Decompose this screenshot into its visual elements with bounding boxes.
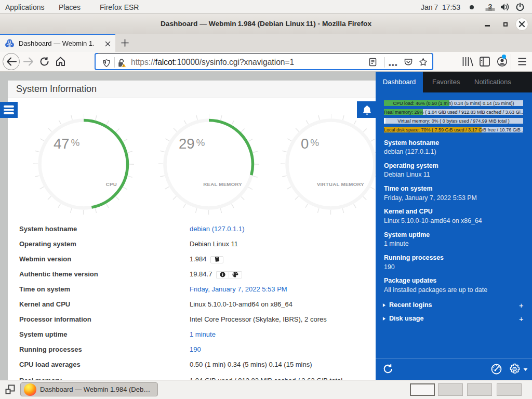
svg-text:?: ? <box>488 3 493 10</box>
